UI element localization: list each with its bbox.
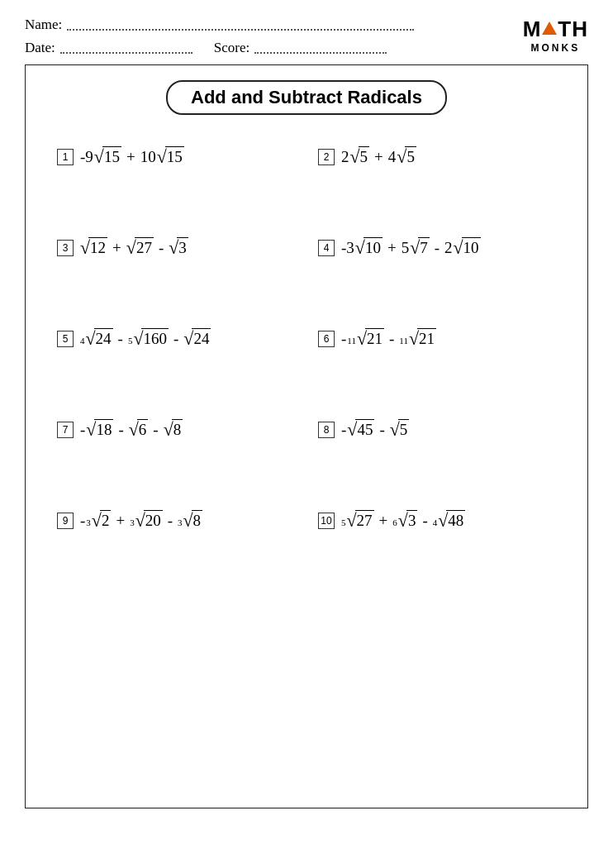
problem-8: 8 - √45 - √5 (306, 408, 568, 498)
logo-text: MTH (523, 17, 588, 42)
title-wrap: Add and Subtract Radicals (45, 80, 568, 115)
math-expr-8: - √45 - √5 (341, 419, 409, 441)
logo-monks: MONKS (530, 42, 580, 54)
math-expr-7: - √18 - √6 - √8 (80, 419, 183, 441)
date-field[interactable] (60, 42, 192, 54)
problem-num-6: 6 (318, 331, 335, 347)
problem-9: 9 - 3√2 + 3√20 - 3√8 (45, 498, 306, 589)
math-expr-6: - 11√21 - 11√21 (341, 328, 436, 350)
problem-10: 10 5√27 + 6√3 - 4√48 (306, 498, 568, 589)
math-expr-3: √12 + √27 - √3 (80, 237, 188, 259)
math-expr-10: 5√27 + 6√3 - 4√48 (341, 510, 465, 532)
problem-num-1: 1 (57, 149, 74, 165)
logo-th: TH (558, 17, 588, 42)
date-score-line: Date: Score: (25, 40, 414, 56)
name-field[interactable] (67, 19, 414, 31)
problem-2: 2 2 √5 + 4 √5 (306, 135, 568, 226)
problem-num-5: 5 (57, 331, 74, 347)
math-expr-2: 2 √5 + 4 √5 (341, 146, 416, 168)
problem-num-3: 3 (57, 240, 74, 256)
logo: MTH MONKS (523, 17, 588, 54)
math-expr-9: - 3√2 + 3√20 - 3√8 (80, 510, 202, 532)
problem-7: 7 - √18 - √6 - √8 (45, 408, 306, 498)
problem-num-4: 4 (318, 240, 335, 256)
score-field[interactable] (254, 42, 387, 54)
math-expr-4: -3 √10 + 5 √7 - 2 √10 (341, 237, 481, 259)
date-label: Date: (25, 40, 55, 56)
page: Name: Date: Score: MTH MONKS Add and Sub… (0, 0, 613, 868)
problem-5: 5 4√24 - 5√160 - √24 (45, 317, 306, 408)
problem-6: 6 - 11√21 - 11√21 (306, 317, 568, 408)
problem-1: 1 -9 √15 + 10 √15 (45, 135, 306, 226)
worksheet: Add and Subtract Radicals 1 -9 √15 + 10 … (25, 64, 588, 808)
header: Name: Date: Score: MTH MONKS (25, 17, 588, 56)
worksheet-title: Add and Subtract Radicals (166, 80, 447, 115)
problems-grid: 1 -9 √15 + 10 √15 2 2 (45, 135, 568, 589)
header-left: Name: Date: Score: (25, 17, 414, 56)
name-label: Name: (25, 17, 62, 33)
problem-3: 3 √12 + √27 - √3 (45, 226, 306, 317)
logo-triangle-icon (542, 21, 557, 35)
name-line: Name: (25, 17, 414, 33)
math-expr-1: -9 √15 + 10 √15 (80, 146, 184, 168)
problem-num-10: 10 (318, 513, 335, 529)
score-label: Score: (214, 40, 249, 56)
problem-num-7: 7 (57, 422, 74, 438)
math-expr-5: 4√24 - 5√160 - √24 (80, 328, 211, 350)
problem-4: 4 -3 √10 + 5 √7 - 2 √10 (306, 226, 568, 317)
problem-num-8: 8 (318, 422, 335, 438)
logo-m: M (523, 17, 542, 42)
problem-num-2: 2 (318, 149, 335, 165)
problem-num-9: 9 (57, 513, 74, 529)
